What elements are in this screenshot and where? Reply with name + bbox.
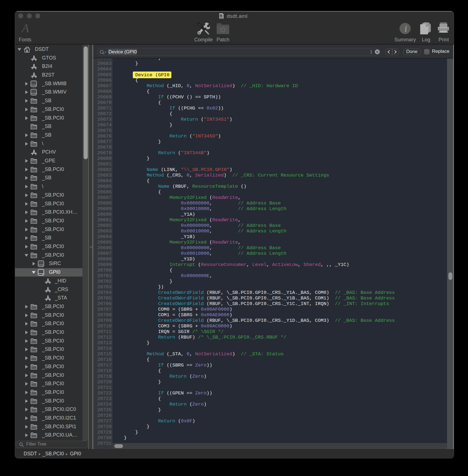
svg-text:i: i bbox=[405, 23, 407, 34]
svg-text:AML: AML bbox=[220, 17, 223, 19]
